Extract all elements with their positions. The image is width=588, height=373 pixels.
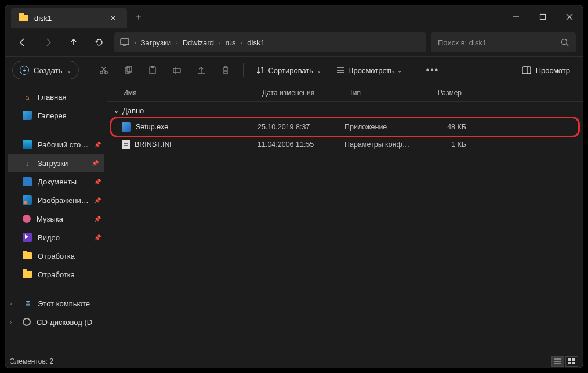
svg-rect-1 (540, 15, 546, 20)
details-pane-button[interactable]: Просмотр (516, 66, 576, 75)
monitor-icon (120, 38, 129, 47)
list-icon (336, 66, 344, 74)
view-label: Просмотреть (348, 66, 394, 75)
explorer-window: disk1 ✕ ＋ › Загрузки › Ddwizard › rus › … (5, 5, 583, 368)
breadcrumb[interactable]: › Загрузки › Ddwizard › rus › disk1 (114, 32, 426, 52)
gallery-icon (23, 111, 32, 120)
tab-current[interactable]: disk1 ✕ (11, 8, 127, 28)
sidebar-item-thispc[interactable]: ›🖥Этот компьюте (5, 294, 107, 313)
item-count: Элементов: 2 (10, 357, 53, 365)
maximize-button[interactable] (529, 5, 556, 28)
minimize-button[interactable] (503, 5, 529, 28)
column-size[interactable]: Размер (420, 89, 466, 97)
view-toggle (551, 356, 578, 367)
home-icon: ⌂ (23, 92, 32, 102)
svg-point-6 (562, 39, 567, 45)
sidebar-item-label: Музыка (37, 215, 63, 223)
details-icon (522, 66, 531, 74)
view-button[interactable]: Просмотреть ⌄ (331, 61, 408, 79)
sidebar-item-home[interactable]: ⌂Главная (5, 88, 107, 106)
search-placeholder: Поиск в: disk1 (438, 38, 487, 47)
sidebar-item-label: Отработка (38, 270, 75, 279)
toolbar: + Создать ⌄ Сортировать ⌄ Просмотреть ⌄ … (5, 56, 583, 84)
pin-icon: 📌 (92, 160, 99, 166)
column-date[interactable]: Дата изменения (257, 89, 344, 97)
refresh-button[interactable] (89, 32, 110, 53)
chevron-right-icon: › (241, 39, 243, 46)
sort-label: Сортировать (268, 66, 313, 75)
svg-point-8 (100, 71, 103, 74)
titlebar: disk1 ✕ ＋ (5, 5, 583, 28)
sidebar-item-downloads[interactable]: ↓Загрузки📌 (8, 154, 104, 172)
breadcrumb-item[interactable]: rus (226, 38, 236, 47)
file-type: Параметры конф… (344, 140, 420, 149)
svg-line-10 (102, 67, 106, 71)
video-icon (23, 233, 32, 242)
delete-icon[interactable] (215, 61, 236, 79)
file-row[interactable]: BRINST.INI11.04.2006 11:55Параметры конф… (111, 136, 578, 153)
chevron-right-icon: › (10, 319, 12, 325)
sidebar-item-documents[interactable]: Документы📌 (5, 172, 107, 191)
file-size: 48 КБ (420, 123, 466, 131)
sort-button[interactable]: Сортировать ⌄ (251, 61, 327, 79)
new-label: Создать (34, 66, 62, 75)
thumbnail-view-button[interactable] (565, 356, 578, 367)
details-view-button[interactable] (551, 356, 564, 367)
close-button[interactable] (556, 5, 583, 28)
file-date: 25.10.2019 8:37 (257, 123, 344, 131)
breadcrumb-item[interactable]: Загрузки (141, 38, 171, 47)
column-type[interactable]: Тип (344, 89, 420, 97)
close-tab-icon[interactable]: ✕ (107, 11, 119, 25)
back-button[interactable] (12, 32, 33, 53)
svg-rect-27 (572, 358, 575, 361)
chevron-right-icon: › (10, 300, 12, 307)
up-button[interactable] (63, 32, 84, 53)
sidebar-item-gallery[interactable]: Галерея (5, 106, 107, 125)
sidebar-item-folder1[interactable]: Отработка (5, 247, 107, 265)
new-tab-button[interactable]: ＋ (127, 5, 150, 28)
search-input[interactable]: Поиск в: disk1 (431, 32, 576, 52)
svg-line-7 (567, 44, 569, 46)
breadcrumb-item[interactable]: disk1 (247, 38, 264, 47)
cut-icon[interactable] (93, 61, 114, 79)
sidebar-item-videos[interactable]: Видео📌 (5, 228, 107, 247)
sidebar-item-cd[interactable]: ›CD-дисковод (D (5, 313, 107, 331)
svg-rect-21 (522, 67, 531, 74)
music-icon (23, 215, 31, 223)
rename-icon[interactable] (166, 61, 187, 79)
ini-icon (122, 140, 130, 149)
file-row[interactable]: Setup.exe25.10.2019 8:37Приложение48 КБ (111, 118, 578, 136)
folder-icon (19, 15, 28, 21)
new-button[interactable]: + Создать ⌄ (12, 61, 79, 79)
paste-icon[interactable] (142, 61, 163, 79)
chevron-down-icon: ⌄ (397, 67, 402, 74)
svg-rect-26 (568, 358, 571, 361)
more-icon[interactable]: ••• (422, 61, 443, 79)
file-type: Приложение (344, 123, 420, 131)
document-icon (23, 177, 32, 186)
details-label: Просмотр (536, 66, 570, 75)
pin-icon: 📌 (94, 234, 101, 241)
sidebar-item-label: Главная (38, 93, 66, 102)
sidebar-item-desktop[interactable]: Рабочий сто…📌 (5, 135, 107, 154)
chevron-down-icon: ⌄ (67, 67, 71, 74)
column-name[interactable]: Имя (118, 89, 257, 97)
sidebar-item-label: Галерея (38, 111, 67, 120)
forward-button[interactable] (38, 32, 59, 53)
pc-icon: 🖥 (23, 299, 32, 308)
pin-icon: 📌 (94, 179, 101, 185)
copy-icon[interactable] (118, 61, 139, 79)
share-icon[interactable] (191, 61, 212, 79)
svg-rect-28 (568, 362, 571, 364)
group-header[interactable]: ⌄ Давно (111, 102, 578, 118)
sort-icon (256, 66, 264, 74)
search-icon (561, 38, 569, 46)
breadcrumb-item[interactable]: Ddwizard (183, 38, 214, 47)
cd-icon (23, 318, 31, 326)
exe-icon (122, 122, 131, 132)
sidebar-item-label: Рабочий сто… (38, 140, 88, 149)
sidebar-item-label: Отработка (38, 252, 75, 260)
sidebar-item-folder2[interactable]: Отработка (5, 265, 107, 284)
sidebar-item-music[interactable]: Музыка📌 (5, 209, 107, 228)
sidebar-item-pictures[interactable]: Изображени…📌 (5, 191, 107, 209)
